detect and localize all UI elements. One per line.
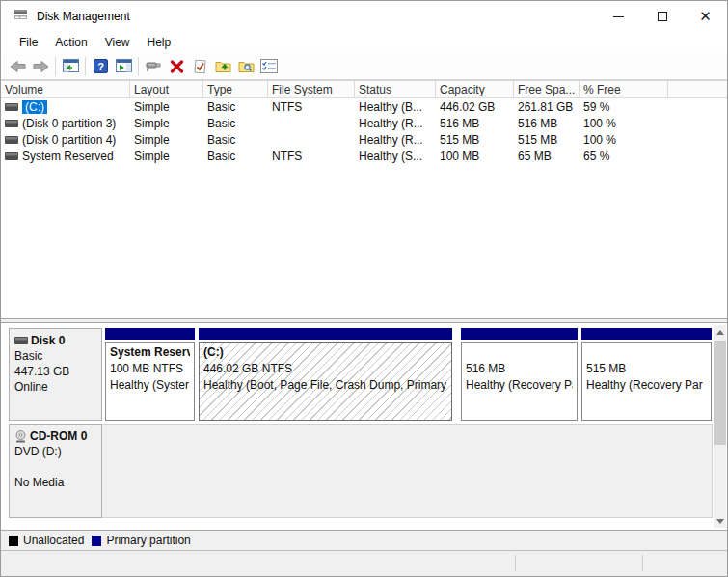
legend-label: Unallocated — [23, 534, 84, 547]
disk0-label[interactable]: Disk 0 Basic 447.13 GB Online — [9, 328, 102, 421]
cdrom-label[interactable]: CD-ROM 0 DVD (D:) No Media — [9, 424, 102, 518]
partition-status: Healthy (Syster — [110, 377, 190, 394]
task-check-icon — [193, 59, 207, 74]
show-console-tree-button[interactable] — [59, 55, 82, 77]
primary-partition-swatch — [92, 536, 101, 546]
cell-type: Basic — [203, 115, 268, 131]
explore-button[interactable] — [234, 55, 257, 77]
cell-pct-free: 100 % — [580, 131, 668, 148]
volume-name-selected: (C:) — [22, 100, 47, 114]
volume-row[interactable]: (Disk 0 partition 3) Simple Basic Health… — [1, 115, 727, 131]
volume-row[interactable]: System Reserved Simple Basic NTFS Health… — [1, 148, 727, 164]
cdrom-row: CD-ROM 0 DVD (D:) No Media — [9, 424, 713, 518]
legend-primary-partition: Primary partition — [92, 534, 190, 547]
cell-status: Healthy (R... — [355, 115, 436, 131]
properties-button[interactable] — [257, 55, 281, 77]
cdrom-empty-area — [102, 424, 713, 518]
disk-icon — [14, 337, 28, 344]
cell-free-space: 516 MB — [514, 115, 580, 131]
cell-capacity: 100 MB — [436, 148, 514, 164]
disk0-partitions: System Reserv 100 MB NTFS Healthy (Syste… — [105, 328, 712, 421]
partition-size: 100 MB NTFS — [110, 361, 190, 377]
column-header-file-system[interactable]: File System — [268, 81, 355, 97]
menu-help[interactable]: Help — [139, 34, 180, 51]
partition-size: 515 MB — [586, 361, 707, 377]
menu-action[interactable]: Action — [46, 34, 95, 51]
cell-layout: Simple — [130, 115, 203, 131]
partition-name: System Reserv — [110, 344, 190, 361]
volume-row[interactable]: (Disk 0 partition 4) Simple Basic Health… — [1, 131, 727, 148]
column-header-status[interactable]: Status — [355, 81, 436, 97]
menu-file[interactable]: File — [11, 34, 46, 51]
volume-name: (Disk 0 partition 4) — [22, 133, 116, 147]
app-icon — [13, 7, 29, 26]
partition-recovery-2[interactable]: 515 MB Healthy (Recovery Par — [581, 328, 712, 421]
partition-name — [466, 344, 573, 361]
cell-status: Healthy (R... — [355, 131, 436, 148]
forward-button[interactable] — [29, 55, 52, 77]
vertical-scrollbar[interactable] — [714, 325, 726, 528]
cell-status: Healthy (B... — [355, 98, 436, 115]
partition-c[interactable]: (C:) 446.02 GB NTFS Healthy (Boot, Page … — [199, 328, 452, 421]
folder-up-button[interactable] — [211, 55, 234, 77]
column-header-volume[interactable]: Volume — [1, 81, 130, 97]
scroll-down-icon[interactable] — [714, 514, 726, 528]
column-header-free-space[interactable]: Free Spa... — [514, 81, 580, 97]
column-header-pct-free[interactable]: % Free — [580, 81, 668, 97]
back-button[interactable] — [6, 55, 29, 77]
cell-type: Basic — [203, 131, 268, 148]
unallocated-swatch — [9, 536, 18, 546]
close-icon: ✕ — [699, 12, 712, 21]
column-header-capacity[interactable]: Capacity — [436, 81, 514, 97]
toolbar: ? — [1, 53, 727, 81]
cell-pct-free: 100 % — [580, 115, 668, 131]
help-button[interactable]: ? — [89, 55, 112, 77]
cell-pct-free: 59 % — [580, 98, 668, 115]
volume-list: Volume Layout Type File System Status Ca… — [1, 81, 727, 318]
cdrom-media-status: No Media — [14, 475, 97, 490]
minimize-button[interactable] — [597, 1, 640, 32]
drive-icon — [5, 120, 18, 127]
cell-type: Basic — [203, 148, 268, 164]
legend-unallocated: Unallocated — [9, 534, 84, 547]
partition-system-reserved[interactable]: System Reserv 100 MB NTFS Healthy (Syste… — [105, 328, 195, 421]
minimize-icon — [613, 16, 624, 17]
column-header-filler — [668, 81, 727, 97]
toolbar-separator — [138, 57, 139, 76]
delete-volume-button[interactable] — [165, 55, 188, 77]
delete-volume-icon — [170, 60, 184, 73]
volume-name: (Disk 0 partition 3) — [22, 117, 116, 130]
scrollbar-thumb[interactable] — [714, 341, 726, 445]
column-header-layout[interactable]: Layout — [130, 81, 203, 97]
status-bar-divider — [642, 555, 643, 571]
task-check-button[interactable] — [188, 55, 211, 77]
cell-free-space: 65 MB — [514, 148, 580, 164]
status-bar — [1, 551, 727, 576]
cell-layout: Simple — [130, 98, 203, 115]
menu-view[interactable]: View — [96, 34, 139, 51]
disk-name: Disk 0 — [31, 333, 65, 348]
partition-color-bar — [199, 328, 452, 340]
show-console-tree-icon — [63, 59, 79, 73]
cell-file-system: NTFS — [268, 98, 355, 115]
column-header-type[interactable]: Type — [203, 81, 268, 97]
close-button[interactable]: ✕ — [684, 1, 727, 32]
disk-status: Online — [14, 379, 97, 395]
scroll-up-icon[interactable] — [714, 325, 726, 339]
show-action-pane-button[interactable] — [112, 55, 135, 77]
drive-icon — [5, 136, 18, 144]
cell-status: Healthy (S... — [355, 148, 436, 164]
svg-text:?: ? — [97, 61, 104, 72]
menu-bar: File Action View Help — [1, 32, 727, 53]
drive-icon — [5, 103, 18, 111]
legend-label: Primary partition — [106, 534, 190, 547]
title-bar: Disk Management ✕ — [1, 1, 727, 32]
volume-row[interactable]: (C:) Simple Basic NTFS Healthy (B... 446… — [1, 98, 727, 115]
partition-recovery-1[interactable]: 516 MB Healthy (Recovery Pa — [461, 328, 578, 421]
maximize-button[interactable] — [640, 1, 684, 32]
cdrom-drive-letter: DVD (D:) — [14, 444, 97, 459]
volume-list-header: Volume Layout Type File System Status Ca… — [1, 81, 727, 98]
cell-layout: Simple — [130, 131, 203, 148]
remote-tool-button[interactable] — [142, 55, 165, 77]
show-action-pane-icon — [116, 59, 132, 73]
